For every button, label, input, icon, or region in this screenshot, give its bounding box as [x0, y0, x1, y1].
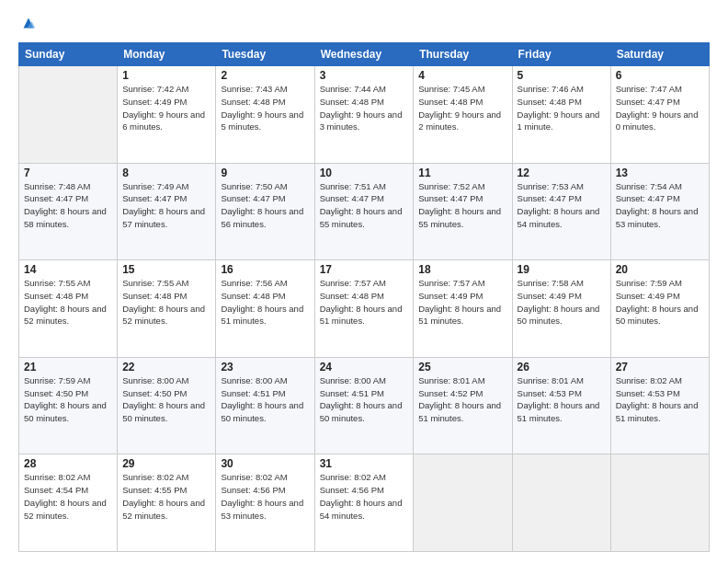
day-number: 25 [418, 361, 506, 373]
calendar-week-row: 14 Sunrise: 7:55 AMSunset: 4:48 PMDaylig… [19, 260, 710, 358]
day-number: 17 [320, 263, 409, 276]
day-info: Sunrise: 7:55 AMSunset: 4:48 PMDaylight:… [24, 277, 112, 327]
calendar-week-row: 7 Sunrise: 7:48 AMSunset: 4:47 PMDayligh… [19, 163, 710, 260]
calendar-cell: 12 Sunrise: 7:53 AMSunset: 4:47 PMDaylig… [512, 163, 610, 260]
day-info: Sunrise: 8:01 AMSunset: 4:52 PMDaylight:… [418, 374, 506, 425]
day-info: Sunrise: 7:57 AMSunset: 4:49 PMDaylight:… [418, 277, 506, 327]
day-number: 23 [221, 361, 309, 373]
day-number: 16 [221, 263, 309, 276]
day-number: 29 [122, 457, 210, 470]
day-number: 27 [616, 361, 704, 373]
day-number: 15 [122, 263, 210, 276]
day-number: 19 [518, 263, 606, 276]
calendar-cell: 8 Sunrise: 7:49 AMSunset: 4:47 PMDayligh… [118, 163, 216, 260]
calendar-cell: 5 Sunrise: 7:46 AMSunset: 4:48 PMDayligh… [512, 66, 610, 164]
day-info: Sunrise: 8:02 AMSunset: 4:53 PMDaylight:… [616, 374, 704, 425]
calendar-cell: 21 Sunrise: 7:59 AMSunset: 4:50 PMDaylig… [19, 357, 118, 454]
day-number: 8 [122, 167, 210, 179]
calendar-cell: 26 Sunrise: 8:01 AMSunset: 4:53 PMDaylig… [512, 357, 610, 454]
day-number: 3 [320, 69, 409, 82]
day-number: 13 [616, 167, 704, 179]
column-header-saturday: Saturday [610, 43, 709, 66]
calendar-cell [19, 66, 118, 164]
logo [18, 17, 35, 33]
calendar-cell: 27 Sunrise: 8:02 AMSunset: 4:53 PMDaylig… [610, 357, 709, 454]
day-info: Sunrise: 8:00 AMSunset: 4:50 PMDaylight:… [122, 374, 210, 425]
day-info: Sunrise: 7:59 AMSunset: 4:50 PMDaylight:… [24, 374, 112, 425]
calendar-cell: 17 Sunrise: 7:57 AMSunset: 4:48 PMDaylig… [314, 260, 414, 358]
day-number: 21 [24, 361, 112, 373]
calendar-cell: 14 Sunrise: 7:55 AMSunset: 4:48 PMDaylig… [19, 260, 118, 358]
calendar-cell: 20 Sunrise: 7:59 AMSunset: 4:49 PMDaylig… [610, 260, 709, 358]
day-info: Sunrise: 7:42 AMSunset: 4:49 PMDaylight:… [122, 83, 210, 133]
day-number: 7 [24, 167, 112, 179]
day-info: Sunrise: 8:00 AMSunset: 4:51 PMDaylight:… [221, 374, 309, 425]
calendar-week-row: 28 Sunrise: 8:02 AMSunset: 4:54 PMDaylig… [19, 454, 710, 552]
day-number: 26 [518, 361, 606, 373]
day-info: Sunrise: 8:02 AMSunset: 4:56 PMDaylight:… [320, 471, 409, 522]
day-number: 10 [320, 167, 409, 179]
day-number: 24 [320, 361, 409, 373]
day-info: Sunrise: 8:02 AMSunset: 4:56 PMDaylight:… [221, 471, 309, 522]
day-number: 11 [418, 167, 506, 179]
day-info: Sunrise: 7:45 AMSunset: 4:48 PMDaylight:… [418, 83, 506, 133]
day-number: 20 [616, 263, 704, 276]
calendar-cell: 28 Sunrise: 8:02 AMSunset: 4:54 PMDaylig… [19, 454, 118, 552]
calendar-cell [414, 454, 512, 552]
calendar-cell: 24 Sunrise: 8:00 AMSunset: 4:51 PMDaylig… [314, 357, 414, 454]
calendar-cell: 16 Sunrise: 7:56 AMSunset: 4:48 PMDaylig… [216, 260, 314, 358]
calendar-cell: 13 Sunrise: 7:54 AMSunset: 4:47 PMDaylig… [610, 163, 709, 260]
day-info: Sunrise: 7:47 AMSunset: 4:47 PMDaylight:… [616, 83, 704, 133]
day-number: 2 [221, 69, 309, 82]
calendar-cell: 29 Sunrise: 8:02 AMSunset: 4:55 PMDaylig… [118, 454, 216, 552]
calendar-cell: 4 Sunrise: 7:45 AMSunset: 4:48 PMDayligh… [414, 66, 512, 164]
calendar-cell [512, 454, 610, 552]
column-header-wednesday: Wednesday [314, 43, 414, 66]
day-info: Sunrise: 7:54 AMSunset: 4:47 PMDaylight:… [616, 180, 704, 231]
day-info: Sunrise: 7:44 AMSunset: 4:48 PMDaylight:… [320, 83, 409, 133]
day-info: Sunrise: 7:49 AMSunset: 4:47 PMDaylight:… [122, 180, 210, 231]
column-header-sunday: Sunday [19, 43, 118, 66]
day-number: 4 [418, 69, 506, 82]
day-info: Sunrise: 7:48 AMSunset: 4:47 PMDaylight:… [24, 180, 112, 231]
day-number: 30 [221, 457, 309, 470]
day-number: 14 [24, 263, 112, 276]
calendar-cell [610, 454, 709, 552]
day-info: Sunrise: 8:01 AMSunset: 4:53 PMDaylight:… [518, 374, 606, 425]
calendar-cell: 3 Sunrise: 7:44 AMSunset: 4:48 PMDayligh… [314, 66, 414, 164]
calendar-table: SundayMondayTuesdayWednesdayThursdayFrid… [18, 42, 710, 552]
day-info: Sunrise: 8:00 AMSunset: 4:51 PMDaylight:… [320, 374, 409, 425]
day-info: Sunrise: 7:51 AMSunset: 4:47 PMDaylight:… [320, 180, 409, 231]
day-info: Sunrise: 7:56 AMSunset: 4:48 PMDaylight:… [221, 277, 309, 327]
day-info: Sunrise: 7:58 AMSunset: 4:49 PMDaylight:… [518, 277, 606, 327]
day-info: Sunrise: 7:55 AMSunset: 4:48 PMDaylight:… [122, 277, 210, 327]
day-info: Sunrise: 7:59 AMSunset: 4:49 PMDaylight:… [616, 277, 704, 327]
day-info: Sunrise: 7:53 AMSunset: 4:47 PMDaylight:… [518, 180, 606, 231]
calendar-week-row: 1 Sunrise: 7:42 AMSunset: 4:49 PMDayligh… [19, 66, 710, 164]
calendar-cell: 18 Sunrise: 7:57 AMSunset: 4:49 PMDaylig… [414, 260, 512, 358]
calendar-cell: 19 Sunrise: 7:58 AMSunset: 4:49 PMDaylig… [512, 260, 610, 358]
day-number: 9 [221, 167, 309, 179]
calendar-cell: 30 Sunrise: 8:02 AMSunset: 4:56 PMDaylig… [216, 454, 314, 552]
calendar-cell: 11 Sunrise: 7:52 AMSunset: 4:47 PMDaylig… [414, 163, 512, 260]
calendar-cell: 23 Sunrise: 8:00 AMSunset: 4:51 PMDaylig… [216, 357, 314, 454]
calendar-cell: 7 Sunrise: 7:48 AMSunset: 4:47 PMDayligh… [19, 163, 118, 260]
calendar-cell: 9 Sunrise: 7:50 AMSunset: 4:47 PMDayligh… [216, 163, 314, 260]
day-info: Sunrise: 7:57 AMSunset: 4:48 PMDaylight:… [320, 277, 409, 327]
header [18, 17, 710, 33]
day-number: 6 [616, 69, 704, 82]
calendar-cell: 22 Sunrise: 8:00 AMSunset: 4:50 PMDaylig… [118, 357, 216, 454]
calendar-cell: 10 Sunrise: 7:51 AMSunset: 4:47 PMDaylig… [314, 163, 414, 260]
calendar-header-row: SundayMondayTuesdayWednesdayThursdayFrid… [19, 43, 710, 66]
page: SundayMondayTuesdayWednesdayThursdayFrid… [0, 0, 728, 563]
day-number: 28 [24, 457, 112, 470]
day-info: Sunrise: 7:50 AMSunset: 4:47 PMDaylight:… [221, 180, 309, 231]
column-header-monday: Monday [118, 43, 216, 66]
day-number: 5 [518, 69, 606, 82]
day-info: Sunrise: 8:02 AMSunset: 4:55 PMDaylight:… [122, 471, 210, 522]
day-info: Sunrise: 7:46 AMSunset: 4:48 PMDaylight:… [518, 83, 606, 133]
column-header-tuesday: Tuesday [216, 43, 314, 66]
day-number: 1 [122, 69, 210, 82]
calendar-cell: 1 Sunrise: 7:42 AMSunset: 4:49 PMDayligh… [118, 66, 216, 164]
calendar-cell: 25 Sunrise: 8:01 AMSunset: 4:52 PMDaylig… [414, 357, 512, 454]
